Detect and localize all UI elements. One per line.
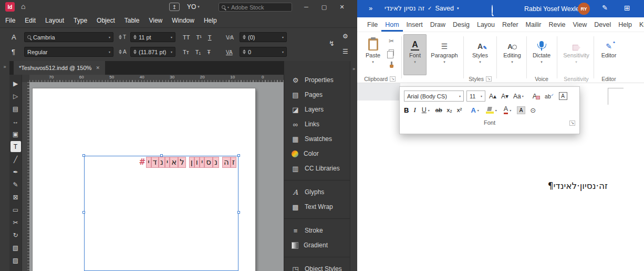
ribbon-tab[interactable]: Mailir xyxy=(522,17,545,32)
subscript-button[interactable]: x₂ xyxy=(447,107,452,113)
paragraph-formatting-icon[interactable]: ¶ xyxy=(12,48,15,56)
menu-item[interactable]: Edit xyxy=(25,17,36,24)
italic-button[interactable]: I xyxy=(413,106,416,114)
ribbon-tab[interactable]: Insert xyxy=(403,17,427,32)
menu-item[interactable]: File xyxy=(5,17,15,24)
tracking-combo[interactable]: 0 ▾ xyxy=(240,47,287,57)
rectangle-tool[interactable]: ▭ xyxy=(11,204,21,215)
inking-icon[interactable]: ✎ xyxy=(602,4,608,12)
highlight-button[interactable]: ▾ xyxy=(485,105,498,116)
ribbon-tab[interactable]: File xyxy=(363,17,381,32)
font-name-combo[interactable]: Arial (Body CS) ▾ xyxy=(404,91,464,102)
pencil-tool[interactable]: ✎ xyxy=(11,179,21,190)
text-frame[interactable]: ז ה נ ס י ו ן ל א י נ ד י xyxy=(84,156,238,271)
ribbon-tab[interactable]: Help xyxy=(615,17,636,32)
gear-icon[interactable]: ⚙ xyxy=(342,33,348,40)
close-icon[interactable]: ✕ xyxy=(96,65,100,71)
frame-handle[interactable] xyxy=(237,211,240,214)
close-button[interactable]: ✕ xyxy=(333,0,351,14)
font-group-button[interactable]: A Font ▾ xyxy=(403,34,427,75)
stepper-icon[interactable] xyxy=(133,49,137,54)
type-tool[interactable]: T xyxy=(11,141,21,152)
ribbon-tab[interactable]: Revie xyxy=(545,17,569,32)
dictate-button[interactable]: Dictate ▾ xyxy=(529,34,554,75)
paste-button[interactable]: Paste ▾ xyxy=(362,34,383,75)
font-family-combo[interactable]: Cambria ▾ xyxy=(24,32,113,42)
document-title-group[interactable]: זה נסיון לאינדי ✓ Saved ▾ xyxy=(385,4,459,12)
rectangle-frame-tool[interactable]: ⊠ xyxy=(11,192,21,203)
line-tool[interactable]: ╱ xyxy=(11,154,21,165)
cut-button[interactable]: ✂ xyxy=(387,36,396,46)
ruler-origin-corner[interactable] xyxy=(22,75,29,82)
dialog-launcher-icon[interactable]: ↘ xyxy=(569,121,575,126)
ribbon-tab[interactable]: Kutoc xyxy=(636,17,644,32)
frame-handle[interactable] xyxy=(82,211,85,214)
change-case-button[interactable]: Aa ▾ xyxy=(512,91,525,102)
menu-item[interactable]: Help xyxy=(204,17,217,24)
panel-menu-icon[interactable]: ☰ xyxy=(342,48,348,55)
bold-button[interactable]: B xyxy=(404,106,409,114)
search-button[interactable] xyxy=(492,5,493,15)
leading-combo[interactable]: (11.871 pt) ▾ xyxy=(130,47,175,57)
ribbon-tab[interactable]: Layou xyxy=(473,17,498,32)
superscript-button[interactable]: x² xyxy=(457,107,462,113)
minimize-button[interactable]: ─ xyxy=(297,0,315,14)
avatar[interactable]: RY xyxy=(578,3,590,15)
strikethrough-button[interactable]: ab xyxy=(435,107,442,113)
expand-panels-icon[interactable]: » xyxy=(3,64,6,69)
menu-item[interactable]: Layout xyxy=(45,17,64,24)
panel-item-object-styles[interactable]: ◳ Object Styles xyxy=(284,262,350,271)
adobe-stock-search[interactable]: ▾ Adobe Stock xyxy=(219,3,292,12)
menu-item[interactable]: Object xyxy=(97,17,115,24)
pasteboard[interactable]: ז ה נ ס י ו ן ל א י נ ד י xyxy=(29,82,284,271)
panel-item-color[interactable]: Color xyxy=(284,146,350,161)
strikethrough-button[interactable]: Ŧ xyxy=(207,49,211,55)
menu-item[interactable]: View xyxy=(149,17,162,24)
enclose-characters-button[interactable]: ⊙ xyxy=(530,106,536,114)
account-name[interactable]: Rabbi Yosef Wexler xyxy=(524,5,581,13)
share-icon[interactable]: ↥ xyxy=(169,3,180,11)
document-tab[interactable]: *Teshuvos512.indd @ 150% ✕ xyxy=(14,61,105,75)
ribbon-tab[interactable]: Desig xyxy=(449,17,473,32)
clear-formatting-button[interactable]: A xyxy=(532,91,541,102)
page-tool[interactable]: ▤ xyxy=(11,103,21,114)
ribbon-tab[interactable]: Hom xyxy=(381,17,402,32)
phonetic-guide-button[interactable]: ab✓ xyxy=(544,91,555,102)
editing-group-button[interactable]: A Editing ▾ xyxy=(500,34,524,75)
superscript-button[interactable]: T¹ xyxy=(196,34,201,41)
panel-item-cc-libraries[interactable]: ▥ CC Libraries xyxy=(284,161,350,176)
font-style-combo[interactable]: Regular ▾ xyxy=(24,47,113,57)
frame-handle[interactable] xyxy=(237,154,240,157)
selection-tool[interactable]: ▶ xyxy=(11,78,21,89)
all-caps-button[interactable]: TT xyxy=(183,34,190,41)
dialog-launcher-icon[interactable]: ↘ xyxy=(486,76,492,82)
panel-item-glyphs[interactable]: A Glyphs xyxy=(284,185,350,199)
panel-item-gradient[interactable]: Gradient xyxy=(284,238,350,253)
panel-item-stroke[interactable]: ≡ Stroke xyxy=(284,223,350,238)
gap-tool[interactable]: ↔ xyxy=(11,116,21,127)
underline-button[interactable]: T xyxy=(208,34,212,41)
collapse-panels-icon[interactable]: » xyxy=(352,66,355,72)
ribbon-tab[interactable]: Draw xyxy=(427,17,449,32)
kerning-combo[interactable]: (0) ▾ xyxy=(240,32,287,42)
maximize-button[interactable]: ▢ xyxy=(315,0,333,14)
font-size-combo[interactable]: 11 ▾ xyxy=(466,91,485,102)
grow-font-button[interactable]: A▴ xyxy=(488,91,497,102)
frame-handle[interactable] xyxy=(160,154,163,157)
document-page[interactable]: ז ה נ ס י ו ן ל א י נ ד י xyxy=(33,88,255,271)
quick-access-chevrons-icon[interactable]: » xyxy=(369,4,372,12)
copy-button[interactable] xyxy=(387,48,396,57)
small-caps-button[interactable]: Tᴛ xyxy=(183,49,189,55)
panel-item-text-wrap[interactable]: ▩ Text Wrap xyxy=(284,199,350,214)
account-menu[interactable]: YO ▾ xyxy=(187,3,200,11)
frame-handle[interactable] xyxy=(82,154,85,157)
stepper-icon[interactable] xyxy=(243,49,246,54)
vertical-ruler[interactable] xyxy=(22,82,29,271)
underline-button[interactable]: U ▾ xyxy=(421,105,431,116)
panel-item-swatches[interactable]: ▦ Swatches xyxy=(284,132,350,146)
format-painter-button[interactable] xyxy=(387,61,396,70)
quick-apply-icon[interactable]: ↯ xyxy=(329,39,335,47)
menu-item[interactable]: Type xyxy=(74,17,87,24)
menu-item[interactable]: Window xyxy=(172,17,194,24)
stepper-icon[interactable] xyxy=(243,35,246,39)
